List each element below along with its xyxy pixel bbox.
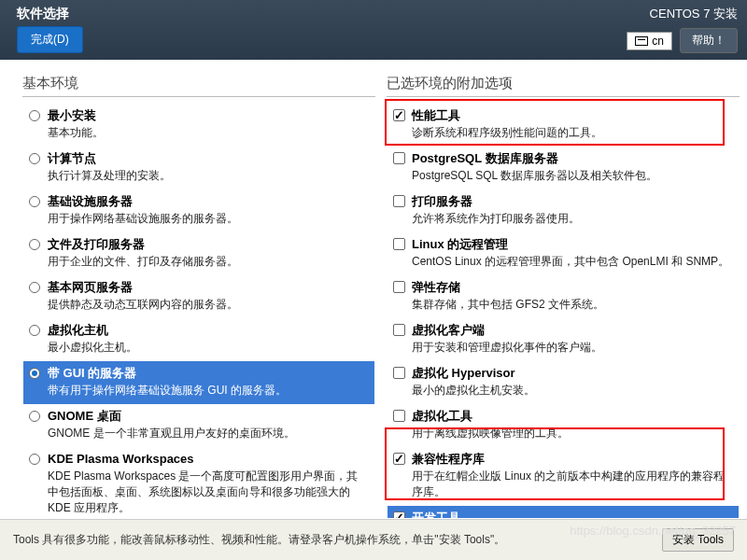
addon-option[interactable]: 虚拟化 Hypervisor最小的虚拟化主机安装。 [388,361,739,404]
option-desc: 提供静态及动态互联网内容的服务器。 [48,297,369,313]
addon-option[interactable]: 虚拟化客户端用于安装和管理虚拟化事件的客户端。 [388,318,739,361]
addon-option[interactable]: 开发工具 [388,506,739,519]
env-option[interactable]: GNOME 桌面GNOME 是一个非常直观且用户友好的桌面环境。 [23,404,374,447]
addon-option[interactable]: 兼容性程序库用于在红帽企业版 Linux 的之前版本中构建的应用程序的兼容程序库… [388,447,739,506]
radio-icon[interactable] [29,239,40,250]
radio-icon[interactable] [29,325,40,336]
option-title: 虚拟化客户端 [412,322,733,339]
help-button[interactable]: 帮助！ [680,28,738,53]
option-desc: 带有用于操作网络基础设施服务 GUI 的服务器。 [48,383,369,399]
option-desc: 集群存储，其中包括 GFS2 文件系统。 [412,297,733,313]
radio-icon[interactable] [29,368,40,379]
base-environment-column: 基本环境 最小安装基本功能。计算节点执行计算及处理的安装。基础设施服务器用于操作… [22,75,375,519]
addon-option[interactable]: 性能工具诊断系统和程序级别性能问题的工具。 [388,104,739,147]
addon-option[interactable]: 弹性存储集群存储，其中包括 GFS2 文件系统。 [388,275,739,318]
addons-heading: 已选环境的附加选项 [387,75,740,97]
option-title: 基础设施服务器 [48,193,369,210]
header-bar: 软件选择 完成(D) CENTOS 7 安装 cn 帮助！ [0,0,747,60]
option-title: 虚拟化工具 [412,408,733,425]
radio-icon[interactable] [29,411,40,422]
option-desc: 最小的虚拟化主机安装。 [412,383,733,399]
keyboard-layout-selector[interactable]: cn [627,32,672,50]
option-title: 兼容性程序库 [412,451,733,468]
option-desc: GNOME 是一个非常直观且用户友好的桌面环境。 [48,426,369,441]
option-desc: PostgreSQL SQL 数据库服务器以及相关软件包。 [412,168,733,184]
addon-option[interactable]: 打印服务器允许将系统作为打印服务器使用。 [388,189,739,232]
env-option[interactable]: 虚拟化主机最小虚拟化主机。 [23,318,374,361]
option-title: 性能工具 [412,107,733,124]
option-desc: 最小虚拟化主机。 [48,340,369,356]
footer-message: Tools 具有很多功能，能改善鼠标移动性、视频和性能。请登录客户机操作系统，单… [13,532,505,548]
option-title: GNOME 桌面 [48,408,369,425]
option-title: 弹性存储 [412,279,733,296]
keyboard-icon [635,36,648,46]
done-button[interactable]: 完成(D) [17,26,83,53]
page-title: 软件选择 [17,6,83,22]
radio-icon[interactable] [29,153,40,164]
option-title: KDE Plasma Workspaces [48,451,369,468]
addons-column: 已选环境的附加选项 性能工具诊断系统和程序级别性能问题的工具。PostgreSQ… [387,75,740,519]
option-title: 最小安装 [48,107,369,124]
radio-icon[interactable] [29,454,40,465]
radio-icon[interactable] [29,196,40,207]
footer-bar: Tools 具有很多功能，能改善鼠标移动性、视频和性能。请登录客户机操作系统，单… [0,519,747,560]
option-desc: 用于企业的文件、打印及存储服务器。 [48,254,369,270]
addon-option[interactable]: 虚拟化工具用于离线虚拟映像管理的工具。 [388,404,739,447]
radio-icon[interactable] [29,282,40,293]
checkbox-icon[interactable] [393,195,405,207]
env-option[interactable]: 基础设施服务器用于操作网络基础设施服务的服务器。 [23,189,374,232]
lang-code: cn [652,35,664,48]
checkbox-icon[interactable] [393,281,405,293]
checkbox-icon[interactable] [393,453,405,465]
option-desc: 用于离线虚拟映像管理的工具。 [412,426,733,441]
option-desc: CentOS Linux 的远程管理界面，其中包含 OpenLMI 和 SNMP… [412,254,733,270]
env-option[interactable]: KDE Plasma WorkspacesKDE Plasma Workspac… [23,447,374,519]
option-title: Linux 的远程管理 [412,236,733,253]
option-title: 基本网页服务器 [48,279,369,296]
install-tools-button[interactable]: 安装 Tools [662,528,734,552]
option-title: 带 GUI 的服务器 [48,365,369,382]
option-desc: 基本功能。 [48,125,369,141]
checkbox-icon[interactable] [393,152,405,164]
checkbox-icon[interactable] [393,511,405,519]
env-option[interactable]: 最小安装基本功能。 [23,104,374,147]
option-desc: KDE Plasma Workspaces 是一个高度可配置图形用户界面，其中包… [48,469,369,515]
option-title: 虚拟化主机 [48,322,369,339]
env-option[interactable]: 计算节点执行计算及处理的安装。 [23,147,374,189]
base-env-list[interactable]: 最小安装基本功能。计算节点执行计算及处理的安装。基础设施服务器用于操作网络基础设… [22,103,375,519]
checkbox-icon[interactable] [393,324,405,336]
option-title: 文件及打印服务器 [48,236,369,253]
option-title: PostgreSQL 数据库服务器 [412,150,733,167]
checkbox-icon[interactable] [393,410,405,422]
main-content: 基本环境 最小安装基本功能。计算节点执行计算及处理的安装。基础设施服务器用于操作… [0,60,747,519]
base-env-heading: 基本环境 [22,75,375,97]
option-title: 计算节点 [48,150,369,167]
option-desc: 诊断系统和程序级别性能问题的工具。 [412,125,733,141]
radio-icon[interactable] [29,110,40,121]
env-option[interactable]: 基本网页服务器提供静态及动态互联网内容的服务器。 [23,275,374,318]
addons-list[interactable]: 性能工具诊断系统和程序级别性能问题的工具。PostgreSQL 数据库服务器Po… [387,103,740,519]
option-desc: 用于安装和管理虚拟化事件的客户端。 [412,340,733,356]
checkbox-icon[interactable] [393,238,405,250]
env-option[interactable]: 带 GUI 的服务器带有用于操作网络基础设施服务 GUI 的服务器。 [23,361,374,404]
install-title: CENTOS 7 安装 [650,6,738,22]
option-title: 开发工具 [412,510,733,519]
option-desc: 用于操作网络基础设施服务的服务器。 [48,211,369,227]
addon-option[interactable]: PostgreSQL 数据库服务器PostgreSQL SQL 数据库服务器以及… [388,147,739,189]
option-title: 打印服务器 [412,193,733,210]
addon-option[interactable]: Linux 的远程管理CentOS Linux 的远程管理界面，其中包含 Ope… [388,232,739,275]
env-option[interactable]: 文件及打印服务器用于企业的文件、打印及存储服务器。 [23,232,374,275]
option-title: 虚拟化 Hypervisor [412,365,733,382]
option-desc: 允许将系统作为打印服务器使用。 [412,211,733,227]
checkbox-icon[interactable] [393,367,405,379]
option-desc: 用于在红帽企业版 Linux 的之前版本中构建的应用程序的兼容程序库。 [412,469,733,500]
option-desc: 执行计算及处理的安装。 [48,168,369,184]
checkbox-icon[interactable] [393,109,405,121]
